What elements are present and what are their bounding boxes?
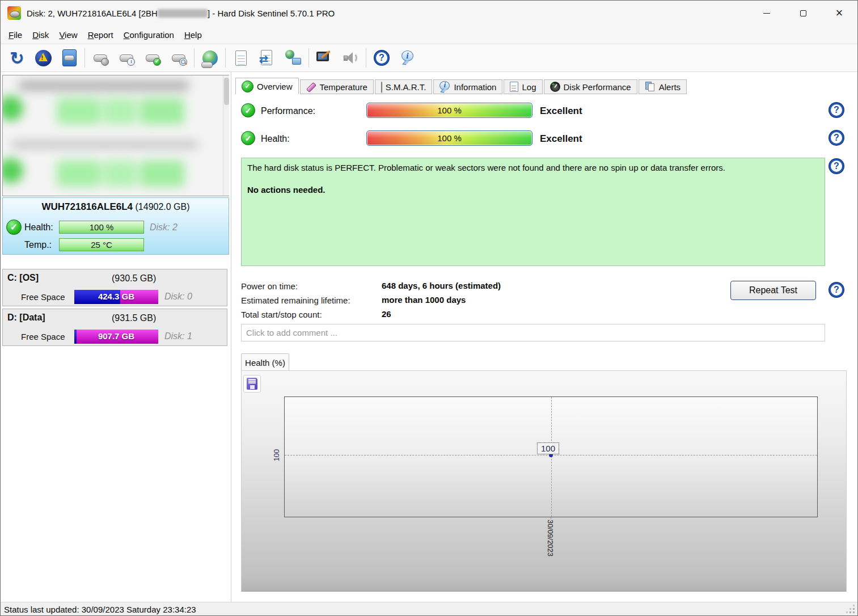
- problems-warning-icon[interactable]: [33, 48, 53, 68]
- close-button[interactable]: ×: [821, 1, 857, 26]
- help-toolbar-icon[interactable]: ?: [372, 48, 391, 68]
- partition-c-free-label: Free Space: [21, 292, 65, 302]
- disk-list-scrollbar[interactable]: [223, 75, 229, 196]
- information-icon: i: [439, 81, 450, 93]
- window-controls: ×: [749, 1, 857, 26]
- partition-d-free-value: 907.7 GB: [74, 331, 158, 341]
- statusbar: Status last updated: 30/09/2023 Saturday…: [1, 602, 857, 616]
- save-chart-button[interactable]: [243, 375, 261, 393]
- disk-gauge-icon[interactable]: [91, 48, 110, 68]
- disk-health-check-icon: ✓: [6, 220, 22, 235]
- tab-smart[interactable]: S.M.A.R.T.: [375, 79, 433, 94]
- performance-help-icon[interactable]: ?: [829, 103, 844, 117]
- send-glyph: ⇄: [259, 49, 276, 66]
- menu-configuration[interactable]: Configuration: [119, 28, 179, 42]
- health-help-icon[interactable]: ?: [829, 130, 844, 145]
- disk-panel-icon[interactable]: [60, 48, 79, 68]
- temp-value-bar: 25 °C: [59, 238, 144, 251]
- report-icon[interactable]: [231, 48, 251, 68]
- refresh-icon[interactable]: ↻: [7, 48, 27, 68]
- health-value-bar: 100 %: [59, 221, 144, 234]
- network-icon[interactable]: [284, 48, 303, 68]
- titlebar: Disk: 2, WUH721816ALE6L4 [2BH] - Hard Di…: [1, 1, 857, 26]
- close-icon: ×: [836, 7, 843, 19]
- minimize-button[interactable]: [749, 1, 785, 26]
- health-check-icon: ✓: [241, 131, 255, 145]
- maximize-button[interactable]: [785, 1, 821, 26]
- menu-report[interactable]: Report: [83, 28, 119, 42]
- partition-d-free-bar: 907.7 GB: [74, 330, 158, 344]
- status-help-icon[interactable]: ?: [829, 159, 844, 174]
- gauge-icon: [550, 82, 560, 92]
- configuration-icon[interactable]: [315, 48, 334, 68]
- sidebar-divider: [231, 72, 231, 602]
- tab-disk-performance-label: Disk Performance: [564, 82, 631, 92]
- toolbar-separator: [84, 48, 85, 67]
- partition-c-disk-label: Disk: 0: [164, 292, 192, 302]
- window-title: Disk: 2, WUH721816ALE6L4 [2BH] - Hard Di…: [27, 9, 335, 18]
- power-on-time-label: Power on time:: [241, 281, 298, 291]
- disk-list-blurred[interactable]: [2, 75, 229, 196]
- selected-disk-name: WUH721816ALE6L4: [41, 201, 133, 212]
- hdd-glyph: [94, 54, 107, 62]
- tab-disk-performance[interactable]: Disk Performance: [544, 79, 637, 94]
- partition-d-free-label: Free Space: [21, 332, 65, 341]
- repeat-test-button[interactable]: Repeat Test: [730, 281, 816, 300]
- smart-disk-icon: [381, 82, 382, 92]
- remaining-lifetime-label: Estimated remaining lifetime:: [241, 296, 350, 305]
- disk-check-icon[interactable]: [143, 48, 162, 68]
- performance-rating: Excellent: [540, 106, 582, 117]
- toolbar: ↻ ⇄ ? i: [1, 44, 857, 72]
- window-title-prefix: Disk: 2, WUH721816ALE6L4 [2BH: [27, 9, 158, 18]
- panel-glyph: [62, 49, 77, 66]
- send-report-icon[interactable]: ⇄: [257, 48, 277, 68]
- start-stop-count-label: Total start/stop count:: [241, 310, 322, 319]
- partition-c-free-bar: 424.3 GB: [74, 290, 158, 304]
- scrollbar-thumb[interactable]: [224, 78, 229, 105]
- disk-clock-icon[interactable]: [117, 48, 136, 68]
- tab-smart-label: S.M.A.R.T.: [386, 82, 426, 92]
- tab-information[interactable]: i Information: [433, 79, 502, 94]
- about-info-icon[interactable]: i: [398, 48, 417, 68]
- app-logo-icon: [7, 6, 21, 20]
- tab-overview[interactable]: ✓ Overview: [235, 78, 299, 94]
- thermometer-icon: [306, 82, 316, 92]
- temp-label: Temp.:: [24, 240, 52, 250]
- speaker-glyph: [342, 49, 359, 66]
- repeat-test-help-icon[interactable]: ?: [829, 282, 844, 297]
- comment-input[interactable]: [241, 324, 825, 341]
- start-stop-count-value: 26: [382, 309, 391, 319]
- menu-view[interactable]: View: [54, 28, 82, 42]
- performance-label: Performance:: [261, 106, 315, 116]
- maximize-icon: [800, 10, 806, 16]
- floppy-save-icon: [247, 378, 257, 390]
- menu-disk[interactable]: Disk: [27, 28, 54, 42]
- menu-file[interactable]: File: [3, 28, 27, 42]
- performance-check-icon: ✓: [241, 103, 255, 117]
- disk-surface-test-icon[interactable]: [169, 48, 188, 68]
- partition-c-name: C: [OS]: [7, 273, 39, 283]
- y-axis-tick-label: 100: [272, 445, 281, 466]
- tab-alerts[interactable]: Alerts: [639, 79, 687, 94]
- window-title-suffix: ] - Hard Disk Sentinel 5.70.1 PRO: [208, 9, 335, 18]
- monitor-pen-glyph: [316, 49, 333, 66]
- performance-bar: 100 %: [366, 103, 532, 118]
- health-point-label: 100: [537, 442, 559, 454]
- tab-temperature-label: Temperature: [320, 82, 367, 92]
- warning-glyph: [35, 50, 52, 66]
- refresh-glyph: ↻: [10, 48, 24, 68]
- doc-glyph: [235, 50, 247, 66]
- health-row-label: Health:: [261, 134, 290, 144]
- selected-disk-size: (14902.0 GB): [136, 202, 190, 212]
- menu-help[interactable]: Help: [179, 28, 207, 42]
- toolbar-separator: [366, 48, 366, 67]
- online-world-disk-icon[interactable]: [200, 48, 219, 68]
- health-chart-tab[interactable]: Health (%): [241, 353, 289, 371]
- tab-log[interactable]: Log: [504, 79, 542, 94]
- disk-status-line1: The hard disk status is PERFECT. Problem…: [247, 163, 819, 172]
- power-on-time-value: 648 days, 6 hours (estimated): [382, 281, 501, 290]
- tab-temperature[interactable]: Temperature: [300, 79, 374, 94]
- resize-grip[interactable]: [853, 611, 855, 613]
- hdd-glyph: [146, 54, 159, 62]
- sounds-icon[interactable]: [341, 48, 360, 68]
